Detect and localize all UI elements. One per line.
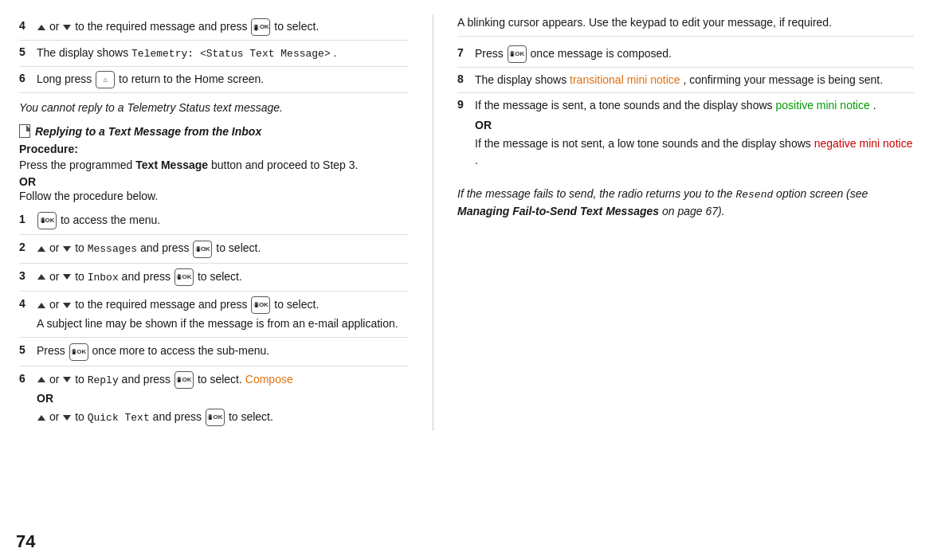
step-content-2: or to Messages and press 📳OK to select. [37, 240, 409, 257]
right-step-number-9: 9 [457, 97, 475, 111]
ok-button-5-icon: 📳OK [69, 343, 88, 361]
arrow-up-6-icon [37, 377, 45, 382]
step6b-sub: or to Quick Text and press 📳OK to select… [37, 409, 409, 426]
arrow-down-6b-icon [63, 415, 71, 421]
step4b-sub: A subject line may be shown if the messa… [37, 315, 409, 332]
step-row-6: 6 Long press ⌂ to return to the Home scr… [19, 67, 409, 93]
intro-text: A blinking cursor appears. Use the keypa… [457, 14, 914, 37]
or-line-bottom: OR [37, 390, 409, 407]
right-step-content-8: The display shows transitional mini noti… [475, 72, 914, 88]
inbox-text: Inbox [88, 272, 119, 284]
step-content-3: or to Inbox and press 📳OK to select. [37, 268, 409, 286]
ok-button-r7-icon: 📳OK [508, 45, 527, 63]
section-heading-text: Replying to a Text Message from the Inbo… [35, 125, 261, 138]
negative-notice-text: negative mini notice [814, 137, 913, 150]
step-row-6b: 6 or to Reply and press 📳OK to select. C… [19, 366, 409, 432]
display-text-telemetry: Telemetry: <Status Text Message> [131, 48, 331, 60]
step-number-3: 3 [19, 268, 37, 282]
ok-button-4-icon: 📳OK [251, 296, 270, 314]
right-step-number-7: 7 [457, 45, 475, 59]
home-button-icon: ⌂ [96, 71, 115, 88]
or-line-top: OR [19, 175, 409, 188]
arrow-up-6b-icon [37, 415, 45, 421]
ok-button-6-icon: 📳OK [174, 371, 194, 389]
procedure-text: Press the programmed Text Message button… [19, 157, 409, 174]
step-content-4: or to the required message and press 📳OK… [37, 18, 409, 36]
step-content-6: Long press ⌂ to return to the Home scree… [37, 71, 409, 88]
arrow-down-4-icon [63, 303, 71, 308]
step-content-6b: or to Reply and press 📳OK to select. Com… [37, 371, 409, 427]
arrow-down-6-icon [63, 377, 71, 382]
step-number-4: 4 [19, 18, 37, 32]
resend-text: Resend [735, 189, 773, 201]
page-number: 74 [16, 531, 35, 552]
step-content-5b: Press 📳OK once more to access the sub-me… [37, 343, 409, 360]
step-number-5b: 5 [19, 343, 37, 356]
step9-wrapper: 9 If the message is sent, a tone sounds … [457, 97, 914, 169]
arrow-up-icon [37, 25, 45, 30]
step-content-5: The display shows Telemetry: <Status Tex… [37, 45, 409, 62]
ok-button-6b-icon: 📳OK [206, 409, 225, 426]
arrow-up-2-icon [37, 246, 45, 252]
text-message-bold: Text Message [135, 159, 208, 171]
or-label-9: OR [475, 117, 914, 134]
step-row-4b: 4 or to the required message and press 📳… [19, 292, 409, 338]
section-heading: Replying to a Text Message from the Inbo… [19, 124, 409, 138]
right-step-row-8: 8 The display shows transitional mini no… [457, 68, 914, 93]
step-content-4b: or to the required message and press 📳OK… [37, 296, 409, 332]
right-step-row-9: 9 If the message is sent, a tone sounds … [457, 93, 914, 173]
step-number-6b: 6 [19, 371, 37, 385]
step-number-6: 6 [19, 71, 37, 84]
step-number-4b: 4 [19, 296, 37, 310]
arrow-down-3-icon [63, 274, 71, 280]
italic-note: You cannot reply to a Telemetry Status t… [19, 100, 409, 116]
step-number-1: 1 [19, 212, 37, 225]
step-content-1: 📳OK to access the menu. [37, 212, 409, 229]
right-step-content-7: Press 📳OK once message is composed. [475, 45, 914, 63]
right-step-row-7: 7 Press 📳OK once message is composed. [457, 41, 914, 68]
positive-notice-text: positive mini notice [775, 99, 869, 112]
step-row-5: 5 The display shows Telemetry: <Status T… [19, 41, 409, 67]
step-row-4: 4 or to the required message and press 📳… [19, 14, 409, 41]
step-row-2: 2 or to Messages and press 📳OK to select… [19, 235, 409, 263]
footer-italic: If the message fails to send, the radio … [457, 186, 914, 220]
right-column: A blinking cursor appears. Use the keypa… [433, 14, 914, 431]
reply-text: Reply [88, 374, 119, 386]
left-column: 4 or to the required message and press 📳… [19, 14, 433, 431]
quick-text-text: Quick Text [88, 412, 150, 424]
step-row-1: 1 📳OK to access the menu. [19, 207, 409, 235]
or-text: or [49, 20, 62, 33]
right-step-number-8: 8 [457, 72, 475, 85]
follow-text: Follow the procedure below. [19, 190, 409, 202]
messages-text: Messages [88, 243, 137, 255]
doc-icon [19, 124, 30, 138]
ok-button-2-icon: 📳OK [193, 241, 212, 258]
procedure-label: Procedure: [19, 143, 409, 155]
arrow-up-4-icon [37, 303, 45, 308]
ok-button-3-icon: 📳OK [174, 268, 194, 286]
right-step-content-9: If the message is sent, a tone sounds an… [475, 97, 914, 169]
ok-button-1-icon: 📳OK [37, 212, 57, 229]
step-row-3: 3 or to Inbox and press 📳OK to select. [19, 264, 409, 292]
step-number-2: 2 [19, 240, 37, 253]
transitional-notice-text: transitional mini notice [570, 73, 680, 86]
compose-text: Compose [245, 373, 293, 386]
step-number-5: 5 [19, 45, 37, 58]
step4-text: to the required message and press [75, 20, 250, 33]
ok-button-icon: 📳OK [251, 18, 270, 36]
managing-fail-bold: Managing Fail-to-Send Text Messages [457, 205, 659, 217]
arrow-down-icon [63, 25, 71, 30]
step-row-5b: 5 Press 📳OK once more to access the sub-… [19, 338, 409, 366]
arrow-down-2-icon [63, 246, 71, 252]
arrow-up-3-icon [37, 274, 45, 280]
